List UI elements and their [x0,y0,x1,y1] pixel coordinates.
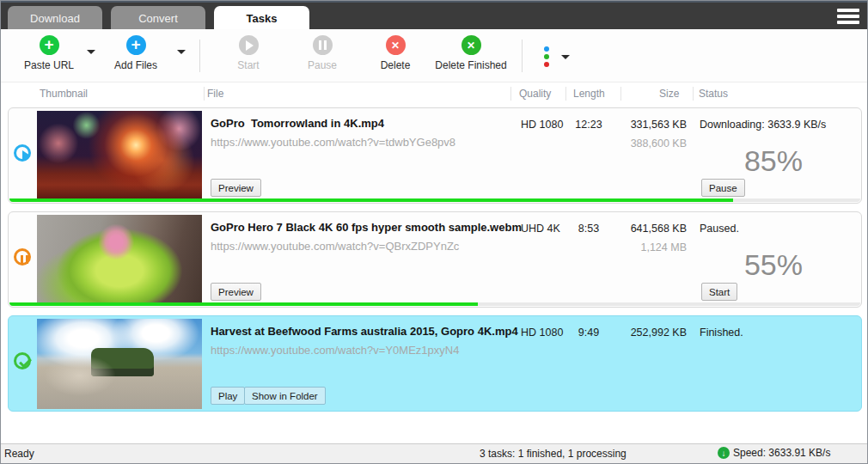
column-length: Length [573,88,605,100]
paste-url-dropdown-icon[interactable] [87,50,95,54]
play-button[interactable]: Play [211,387,245,405]
play-state-icon[interactable] [14,144,31,162]
task-quality: HD 1080 [521,327,563,339]
progress-bar [9,302,860,306]
title-tab-bar: Download Convert Tasks [1,1,867,29]
task-url: https://www.youtube.com/watch?v=tdwbYGe8… [211,136,455,149]
task-row-finished[interactable]: Harvest at Beefwood Farms australia 2015… [8,315,862,412]
task-status: Paused. [700,223,739,235]
task-percent: 85% [744,144,803,178]
pause-icon [313,35,333,55]
video-thumbnail [37,319,202,409]
column-size: Size [659,88,679,100]
pause-state-icon[interactable] [14,248,31,266]
task-status: Finished. [700,327,743,339]
pause-task-button[interactable]: Pause [701,179,745,197]
status-speed-text: Speed: 3633.91 KB/s [733,447,830,459]
task-size-downloaded: 252,992 KB [620,327,687,339]
task-size-total: 1,124 MB [620,241,687,253]
play-icon [239,35,259,55]
app-window: Download Convert Tasks + Paste URL + Add… [0,0,868,464]
task-size-total: 388,600 KB [620,137,687,150]
tab-download[interactable]: Download [8,6,102,31]
toolbar: + Paste URL + Add Files Start Pause ✕ De… [1,29,867,82]
column-quality: Quality [519,88,551,100]
task-status: Downloading: 3633.9 KB/s [700,119,826,131]
plus-icon: + [40,35,59,55]
task-url: https://www.youtube.com/watch?v=QBrxZDPY… [211,240,459,253]
show-in-folder-button[interactable]: Show in Folder [244,387,326,405]
column-status: Status [699,88,728,100]
task-size-downloaded: 331,563 KB [620,119,687,131]
preview-button[interactable]: Preview [211,283,261,301]
x-icon: ✕ [386,35,406,55]
status-bar: Ready 3 tasks: 1 finished, 1 processing … [1,443,867,463]
more-options-dropdown-icon[interactable] [561,55,570,59]
task-row-paused[interactable]: GoPro Hero 7 Black 4K 60 fps hyper smoot… [8,211,862,308]
video-thumbnail [37,215,202,305]
download-speed-icon: ↓ [718,447,730,459]
start-button[interactable]: Start [212,35,284,71]
status-tasks-summary: 3 tasks: 1 finished, 1 processing [480,448,627,460]
hamburger-menu-icon[interactable] [837,9,859,27]
delete-button[interactable]: ✕ Delete [359,35,431,71]
tab-tasks[interactable]: Tasks [214,6,309,31]
add-files-button[interactable]: + Add Files [100,35,172,71]
column-file: File [207,88,223,100]
start-task-button[interactable]: Start [701,283,737,301]
task-title: GoPro Tomorrowland in 4K.mp4 [211,117,384,130]
task-title: Harvest at Beefwood Farms australia 2015… [211,325,518,338]
column-thumbnail: Thumbnail [40,88,88,100]
progress-bar [9,198,860,202]
finished-check-icon [14,352,31,369]
task-url: https://www.youtube.com/watch?v=Y0MEz1px… [211,344,459,357]
preview-button[interactable]: Preview [211,179,261,197]
status-ready-text: Ready [4,448,34,460]
toolbar-separator [199,40,200,72]
task-percent: 55% [744,248,803,282]
toolbar-separator [522,40,523,72]
paste-url-button[interactable]: + Paste URL [13,35,85,71]
task-length: 8:53 [559,223,619,235]
plus-icon: + [126,35,146,55]
tab-convert[interactable]: Convert [111,6,205,31]
task-row-downloading[interactable]: GoPro Tomorrowland in 4K.mp4 https://www… [8,107,862,204]
task-length: 9:49 [559,327,619,339]
task-length: 12:23 [559,119,619,131]
video-thumbnail [37,111,202,201]
delete-finished-button[interactable]: ✕ Delete Finished [431,35,511,71]
status-speed: ↓ Speed: 3633.91 KB/s [718,447,830,459]
list-header: Thumbnail File Quality Length Size Statu… [1,82,867,106]
task-quality: HD 1080 [521,119,563,131]
x-icon: ✕ [462,35,481,55]
task-size-downloaded: 641,568 KB [620,223,687,235]
task-title: GoPro Hero 7 Black 4K 60 fps hyper smoot… [211,221,522,234]
pause-button[interactable]: Pause [286,35,358,71]
more-options-icon[interactable] [544,46,549,67]
task-quality: UHD 4K [521,223,560,235]
add-files-dropdown-icon[interactable] [177,50,186,54]
